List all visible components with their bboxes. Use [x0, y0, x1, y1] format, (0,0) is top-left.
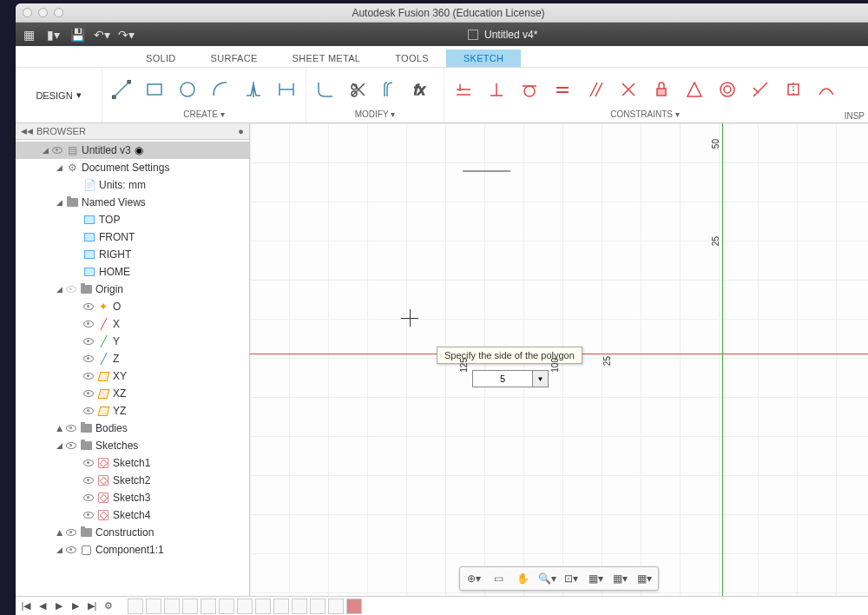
symmetry-constraint-icon[interactable]: [781, 77, 806, 102]
timeline-feature[interactable]: [128, 598, 143, 614]
parallel-constraint-icon[interactable]: [583, 77, 608, 102]
orbit-icon[interactable]: ⊕▾: [463, 570, 485, 587]
tab-sketch[interactable]: SKETCH: [446, 50, 521, 67]
polygon-sides-input[interactable]: ▼: [472, 370, 550, 387]
timeline-feature[interactable]: [219, 598, 234, 614]
timeline-feature[interactable]: [237, 598, 253, 614]
window-minimize-button[interactable]: [38, 8, 48, 17]
viewport[interactable]: Specify the side of the polygon ▼ 50 25 …: [250, 123, 868, 615]
tree-origin-z[interactable]: ╱Z: [16, 350, 249, 367]
radio-icon[interactable]: ◉: [131, 144, 147, 156]
timeline-play-icon[interactable]: ▶: [52, 599, 66, 613]
midpoint-constraint-icon[interactable]: [682, 77, 707, 102]
tree-view-right[interactable]: RIGHT: [16, 246, 249, 263]
concentric-constraint-icon[interactable]: [715, 77, 740, 102]
fix-constraint-icon[interactable]: [649, 77, 674, 102]
tree-sketches[interactable]: ◢Sketches: [16, 437, 249, 454]
offset-tool-icon[interactable]: [379, 77, 404, 102]
ribbon-group-label[interactable]: CREATE ▾: [183, 109, 225, 121]
zoom-icon[interactable]: 🔍▾: [536, 570, 558, 587]
tree-plane-xy[interactable]: XY: [16, 367, 249, 385]
timeline-end-icon[interactable]: ▶|: [85, 599, 99, 613]
fit-icon[interactable]: ⊡▾: [560, 570, 582, 587]
tab-solid[interactable]: SOLID: [128, 50, 194, 67]
tree-construction[interactable]: ▶Construction: [16, 524, 249, 541]
polygon-sides-field[interactable]: [472, 370, 533, 387]
tree-named-views[interactable]: ◢Named Views: [16, 194, 249, 211]
timeline-feature[interactable]: [146, 598, 161, 614]
curvature-constraint-icon[interactable]: [814, 77, 838, 102]
tab-surface[interactable]: SURFACE: [194, 50, 275, 67]
settings-dot-icon[interactable]: ●: [238, 126, 244, 136]
circle-tool-icon[interactable]: [175, 77, 200, 102]
collinear-constraint-icon[interactable]: [748, 77, 773, 102]
timeline-marker[interactable]: [346, 598, 362, 614]
tree-sketch-3[interactable]: Sketch3: [16, 489, 249, 506]
timeline-feature[interactable]: [255, 598, 271, 614]
collapse-icon[interactable]: ◀◀: [21, 127, 33, 136]
tree-origin-o[interactable]: ✦O: [16, 298, 249, 315]
save-icon[interactable]: 💾: [69, 27, 85, 43]
tab-tools[interactable]: TOOLS: [378, 50, 446, 67]
grid-settings-icon[interactable]: ▦▾: [608, 570, 631, 587]
redo-icon[interactable]: ↷▾: [118, 27, 134, 43]
timeline-feature[interactable]: [164, 598, 180, 614]
timeline-feature[interactable]: [292, 598, 307, 614]
undo-icon[interactable]: ↶▾: [94, 27, 109, 43]
tree-view-home[interactable]: HOME: [16, 263, 249, 281]
arc-tool-icon[interactable]: [208, 77, 233, 102]
vertical-constraint-icon[interactable]: [484, 77, 509, 102]
tab-sheet-metal[interactable]: SHEET METAL: [275, 50, 378, 67]
timeline-back-icon[interactable]: ◀: [36, 599, 49, 613]
dimension-tool-icon[interactable]: [274, 77, 299, 102]
browser-tree[interactable]: ◢▤Untitled v3◉ ◢⚙Document Settings 📄Unit…: [16, 140, 249, 598]
viewport-layout-icon[interactable]: ▦▾: [633, 570, 655, 587]
tree-plane-xz[interactable]: XZ: [16, 385, 249, 402]
sketch-geometry[interactable]: [250, 123, 510, 254]
document-title[interactable]: Untitled v4*: [142, 29, 863, 41]
tree-sketch-4[interactable]: Sketch4: [16, 506, 249, 524]
tree-bodies[interactable]: ▶Bodies: [16, 420, 249, 437]
tree-units[interactable]: 📄Units: mm: [16, 176, 249, 194]
tree-origin[interactable]: ◢Origin: [16, 281, 249, 298]
browser-header[interactable]: ◀◀ BROWSER ●: [16, 123, 249, 140]
app-menu-icon[interactable]: ▦: [21, 27, 36, 43]
window-maximize-button[interactable]: [54, 8, 63, 17]
timeline-settings-icon[interactable]: ⚙: [102, 599, 115, 613]
timeline-feature[interactable]: [201, 598, 216, 614]
timeline-feature[interactable]: [182, 598, 198, 614]
window-close-button[interactable]: [23, 8, 32, 17]
file-menu-icon[interactable]: ▮▾: [45, 27, 61, 43]
rectangle-tool-icon[interactable]: [142, 77, 167, 102]
timeline-feature[interactable]: [328, 598, 344, 614]
horizontal-constraint-icon[interactable]: [451, 77, 476, 102]
line-tool-icon[interactable]: [109, 77, 134, 102]
trim-tool-icon[interactable]: [346, 77, 371, 102]
tree-component-1[interactable]: ◢Component1:1: [16, 541, 249, 559]
timeline-feature[interactable]: [310, 598, 326, 614]
tree-sketch-2[interactable]: Sketch2: [16, 472, 249, 489]
mirror-tool-icon[interactable]: [241, 77, 266, 102]
timeline-feature[interactable]: [273, 598, 289, 614]
perpendicular-constraint-icon[interactable]: [616, 77, 641, 102]
workspace-selector[interactable]: DESIGN▾: [16, 68, 102, 122]
tree-plane-yz[interactable]: YZ: [16, 402, 249, 420]
chevron-down-icon[interactable]: ▼: [533, 370, 549, 387]
equal-constraint-icon[interactable]: [550, 77, 575, 102]
tree-origin-y[interactable]: ╱Y: [16, 333, 249, 350]
ribbon-group-label[interactable]: MODIFY ▾: [355, 109, 396, 121]
tree-origin-x[interactable]: ╱X: [16, 315, 249, 333]
tree-sketch-1[interactable]: Sketch1: [16, 454, 249, 472]
tree-view-front[interactable]: FRONT: [16, 228, 249, 246]
look-at-icon[interactable]: ▭: [487, 570, 510, 587]
fx-parameters-icon[interactable]: fx: [412, 77, 437, 102]
timeline-forward-icon[interactable]: ▶: [69, 599, 82, 613]
tree-doc-settings[interactable]: ◢⚙Document Settings: [16, 159, 249, 176]
tree-root[interactable]: ◢▤Untitled v3◉: [16, 142, 249, 159]
pan-icon[interactable]: ✋: [511, 570, 534, 587]
tree-view-top[interactable]: TOP: [16, 211, 249, 228]
tangent-constraint-icon[interactable]: [517, 77, 542, 102]
fillet-tool-icon[interactable]: [313, 77, 338, 102]
ribbon-group-label[interactable]: CONSTRAINTS ▾: [610, 109, 679, 121]
timeline-start-icon[interactable]: |◀: [19, 599, 33, 613]
